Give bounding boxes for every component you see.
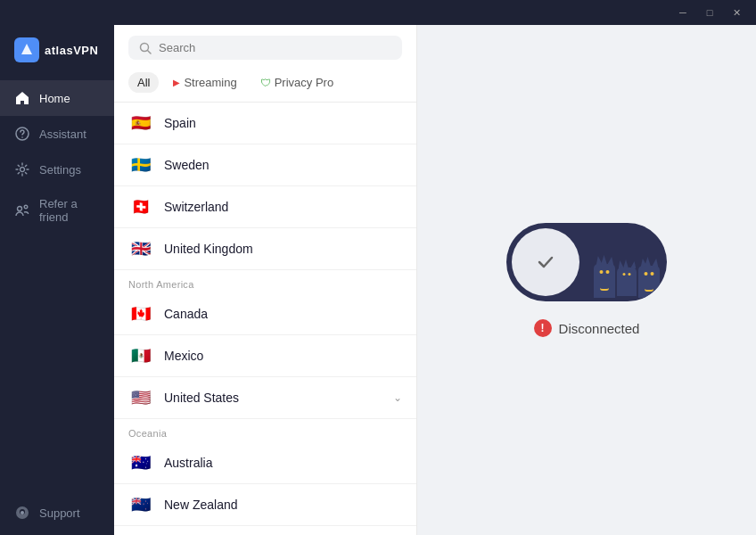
country-name-nz: New Zealand xyxy=(164,498,402,512)
flag-mexico: 🇲🇽 xyxy=(128,343,153,368)
search-input[interactable] xyxy=(159,41,391,54)
flag-canada: 🇨🇦 xyxy=(128,301,153,326)
country-name-canada: Canada xyxy=(164,307,402,321)
country-list: 🇪🇸 Spain 🇸🇪 Sweden 🇨🇭 Switzerland 🇬🇧 Uni… xyxy=(114,103,416,535)
home-icon xyxy=(14,90,30,106)
list-item[interactable]: 🇨🇦 Canada xyxy=(114,293,416,335)
region-south-america: South America xyxy=(114,526,416,535)
list-item[interactable]: 🇺🇸 United States ⌄ xyxy=(114,377,416,419)
region-oceania: Oceania xyxy=(114,419,416,442)
minimize-button[interactable]: ─ xyxy=(670,0,695,25)
logo: atlasVPN xyxy=(0,25,112,80)
svg-point-2 xyxy=(21,168,25,172)
region-north-america: North America xyxy=(114,270,416,293)
list-item[interactable]: 🇲🇽 Mexico xyxy=(114,335,416,377)
vpn-toggle-area: ! Disconnected xyxy=(506,223,667,337)
list-item[interactable]: 🇬🇧 United Kingdom xyxy=(114,228,416,270)
vpn-characters xyxy=(594,223,667,301)
titlebar-controls: ─ □ ✕ xyxy=(670,0,756,25)
titlebar: ─ □ ✕ xyxy=(0,0,756,25)
sidebar-item-refer[interactable]: Refer a friend xyxy=(0,187,114,234)
svg-point-1 xyxy=(21,136,23,138)
list-item[interactable]: 🇸🇪 Sweden xyxy=(114,144,416,186)
tab-privacy-pro[interactable]: 🛡 Privacy Pro xyxy=(251,72,342,93)
svg-line-7 xyxy=(148,50,152,54)
sidebar-item-assistant[interactable]: Assistant xyxy=(0,116,114,152)
tab-streaming[interactable]: ▶ Streaming xyxy=(164,72,245,93)
chevron-down-icon: ⌄ xyxy=(393,391,402,404)
search-bar xyxy=(114,25,416,67)
error-icon: ! xyxy=(534,319,552,337)
sidebar-item-settings[interactable]: Settings xyxy=(0,152,114,187)
sidebar-item-home[interactable]: Home xyxy=(0,80,114,116)
country-name-australia: Australia xyxy=(164,456,402,470)
svg-point-5 xyxy=(21,511,24,514)
country-name-switzerland: Switzerland xyxy=(164,200,402,214)
refer-icon xyxy=(14,202,30,218)
svg-point-4 xyxy=(24,205,28,209)
country-panel: All ▶ Streaming 🛡 Privacy Pro 🇪🇸 Spain xyxy=(114,25,417,535)
close-button[interactable]: ✕ xyxy=(724,0,749,25)
nav-items: Home Assistant Settings xyxy=(0,80,114,535)
vpn-connect-toggle[interactable] xyxy=(506,223,667,301)
country-name-sweden: Sweden xyxy=(164,158,402,172)
flag-us: 🇺🇸 xyxy=(128,385,153,410)
settings-icon xyxy=(14,161,30,177)
flag-nz: 🇳🇿 xyxy=(128,492,153,517)
sidebar: atlasVPN Home Assistant xyxy=(0,0,114,535)
sidebar-item-support[interactable]: Support xyxy=(0,495,114,535)
list-item[interactable]: 🇪🇸 Spain xyxy=(114,103,416,144)
status-row: ! Disconnected xyxy=(534,319,640,337)
list-item[interactable]: 🇳🇿 New Zealand xyxy=(114,484,416,526)
list-item[interactable]: 🇦🇺 Australia xyxy=(114,442,416,484)
country-name-us: United States xyxy=(164,391,382,405)
flag-spain: 🇪🇸 xyxy=(128,111,153,136)
logo-icon xyxy=(14,37,39,62)
country-name-spain: Spain xyxy=(164,116,402,130)
logo-text: atlasVPN xyxy=(45,44,98,57)
toggle-knob xyxy=(512,228,579,296)
filter-tabs: All ▶ Streaming 🛡 Privacy Pro xyxy=(114,67,416,103)
right-panel: ! Disconnected xyxy=(417,25,756,535)
search-input-wrap xyxy=(128,36,402,60)
status-text: Disconnected xyxy=(559,321,640,336)
flag-switzerland: 🇨🇭 xyxy=(128,194,153,219)
flag-uk: 🇬🇧 xyxy=(128,236,153,261)
country-name-mexico: Mexico xyxy=(164,349,402,363)
support-icon xyxy=(14,505,30,521)
streaming-play-icon: ▶ xyxy=(173,78,180,87)
flag-sweden: 🇸🇪 xyxy=(128,152,153,177)
svg-point-3 xyxy=(18,207,22,211)
privacy-shield-icon: 🛡 xyxy=(260,77,271,89)
assistant-icon xyxy=(14,126,30,142)
list-item[interactable]: 🇨🇭 Switzerland xyxy=(114,186,416,228)
tab-all[interactable]: All xyxy=(128,72,159,93)
search-icon xyxy=(139,42,152,54)
flag-australia: 🇦🇺 xyxy=(128,450,153,475)
country-name-uk: United Kingdom xyxy=(164,242,402,256)
maximize-button[interactable]: □ xyxy=(697,0,722,25)
main: All ▶ Streaming 🛡 Privacy Pro 🇪🇸 Spain xyxy=(114,0,756,535)
